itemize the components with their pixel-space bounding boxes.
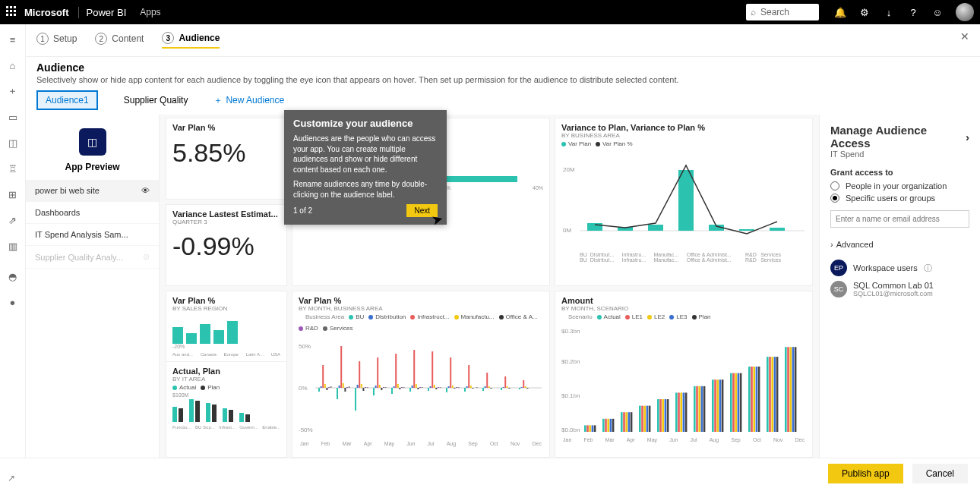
svg-text:$0.2bn: $0.2bn (561, 358, 580, 365)
apps-icon[interactable]: ⊞ (7, 188, 19, 200)
svg-rect-28 (355, 388, 356, 411)
svg-rect-151 (758, 367, 760, 432)
close-icon[interactable]: ✕ (960, 30, 969, 43)
step-setup[interactable]: 1Setup (36, 32, 77, 49)
settings-icon[interactable]: ⚙ (858, 6, 871, 18)
svg-rect-43 (394, 386, 395, 388)
svg-rect-65 (450, 357, 451, 388)
workspaces-icon[interactable]: ◓ (7, 270, 19, 282)
radio-org[interactable]: People in your organization (830, 181, 969, 190)
svg-rect-36 (375, 386, 377, 388)
create-icon[interactable]: ＋ (7, 85, 19, 97)
download-icon[interactable]: ↓ (883, 6, 895, 18)
browse-icon[interactable]: ▭ (7, 111, 19, 123)
user-avatar-icon: EP (830, 260, 847, 276)
svg-rect-61 (438, 387, 439, 388)
deployment-icon[interactable]: ⇗ (7, 214, 19, 226)
expand-icon[interactable]: ↗ (8, 473, 15, 483)
tile-varlatest[interactable]: Variance Lastest Estimat... QUARTER 3 -0… (166, 204, 287, 286)
feedback-icon[interactable]: ☺ (931, 6, 944, 18)
teach-callout: Customize your audience Audiences are th… (284, 110, 447, 225)
svg-rect-84 (501, 388, 502, 390)
svg-rect-5 (648, 225, 663, 231)
svg-rect-68 (456, 387, 457, 388)
svg-rect-24 (343, 383, 344, 388)
svg-rect-57 (430, 386, 432, 388)
eye-icon[interactable]: 👁 (141, 186, 150, 195)
users-input[interactable] (830, 210, 969, 228)
user-entry[interactable]: SC SQL Common Lab 01SQLCL01@microsoft.co… (830, 281, 969, 298)
chevron-right-icon[interactable]: › (966, 131, 969, 143)
data-hub-icon[interactable]: ◫ (7, 137, 19, 149)
app-preview[interactable]: ◫ App Preview (26, 115, 159, 180)
nav-item[interactable]: Supplier Quality Analy...⊘ (26, 246, 159, 269)
audience-tab-supplier[interactable]: Supplier Quality (116, 92, 196, 109)
svg-rect-153 (769, 357, 771, 432)
svg-rect-32 (362, 388, 364, 391)
svg-rect-73 (470, 386, 472, 388)
publish-button[interactable]: Publish app (828, 464, 903, 483)
svg-rect-56 (428, 388, 429, 391)
svg-rect-137 (712, 379, 714, 432)
hidden-icon: ⊘ (143, 252, 150, 262)
radio-specific[interactable]: Specific users or groups (830, 194, 969, 203)
advanced-toggle[interactable]: ›Advanced (830, 240, 969, 249)
metrics-icon[interactable]: ♖ (7, 162, 19, 175)
learn-icon[interactable]: ▥ (7, 240, 19, 252)
nav-item[interactable]: IT Spend Analysis Sam... (26, 224, 159, 246)
new-audience-button[interactable]: ＋New Audience (213, 94, 284, 107)
nav-item[interactable]: power bi web site 👁 (26, 180, 159, 202)
user-entry[interactable]: EP Workspace users ⓘ (830, 260, 969, 276)
svg-text:$0.0bn: $0.0bn (561, 427, 580, 433)
svg-rect-45 (397, 384, 399, 388)
step-content[interactable]: 2Content (95, 32, 144, 49)
home-icon[interactable]: ⌂ (7, 59, 19, 71)
svg-rect-88 (508, 388, 510, 389)
svg-rect-39 (381, 388, 382, 390)
svg-rect-135 (701, 386, 703, 432)
svg-rect-31 (361, 384, 362, 388)
notifications-icon[interactable]: 🔔 (834, 6, 846, 18)
user-avatar[interactable] (956, 3, 974, 21)
svg-rect-148 (751, 367, 753, 432)
svg-rect-79 (486, 373, 488, 388)
menu-icon[interactable]: ≡ (7, 33, 19, 46)
info-icon[interactable]: ⓘ (924, 263, 932, 274)
svg-rect-91 (519, 388, 520, 389)
brand-microsoft: Microsoft (24, 7, 69, 18)
section-label[interactable]: Apps (140, 7, 160, 17)
tile-variance[interactable]: Variance to Plan, Variance to Plan % BY … (555, 118, 813, 286)
plus-icon: ＋ (213, 94, 223, 107)
svg-rect-18 (326, 388, 327, 390)
svg-rect-157 (785, 347, 787, 432)
workspace-icon[interactable]: ● (7, 296, 19, 308)
search-input[interactable]: ⌕ Search (746, 4, 819, 20)
tile-amount[interactable]: Amount BY MONTH, SCENARIO Scenario Actua… (555, 291, 813, 458)
cancel-button[interactable]: Cancel (912, 464, 968, 483)
svg-rect-8 (739, 229, 754, 231)
tile-varplan[interactable]: Var Plan % 5.85% (166, 118, 287, 200)
svg-rect-161 (795, 347, 797, 432)
svg-rect-66 (452, 386, 454, 388)
step-audience[interactable]: 3Audience (162, 32, 220, 49)
svg-rect-127 (675, 392, 678, 432)
brand-powerbi: Power BI (78, 7, 127, 18)
grant-access-label: Grant access to (830, 168, 969, 177)
svg-rect-72 (468, 365, 469, 388)
search-icon: ⌕ (751, 7, 756, 17)
audience-tab-selected[interactable]: Audience1 (36, 90, 98, 110)
tile-monthly[interactable]: Var Plan % BY MONTH, BUSINESS AREA Busin… (292, 291, 550, 458)
svg-rect-23 (340, 346, 342, 388)
help-icon[interactable]: ? (907, 6, 919, 18)
app-launcher-icon[interactable] (6, 6, 18, 18)
svg-rect-158 (787, 347, 789, 432)
svg-rect-6 (678, 170, 694, 231)
svg-rect-160 (792, 347, 795, 432)
nav-item[interactable]: Dashboards (26, 202, 159, 224)
tile-region-actual[interactable]: Var Plan % BY SALES REGION -20% Aus and.… (166, 291, 287, 458)
svg-rect-155 (774, 357, 776, 432)
audience-tabs: Audience1 Supplier Quality ＋New Audience (26, 90, 980, 115)
svg-rect-132 (694, 386, 696, 432)
svg-rect-76 (476, 387, 478, 388)
svg-rect-55 (422, 387, 423, 388)
